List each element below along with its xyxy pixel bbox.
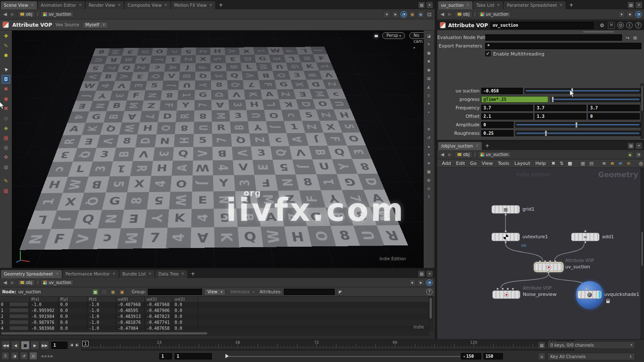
forward-arrow-icon[interactable]: ▶ bbox=[447, 152, 453, 157]
smooth-shade-icon[interactable]: ◉ bbox=[426, 67, 432, 73]
snap-prims-icon[interactable]: ✜ bbox=[2, 153, 10, 162]
display-flag[interactable] bbox=[599, 291, 601, 298]
grid-snap-icon[interactable]: ▦ bbox=[566, 161, 574, 166]
texture-icon[interactable]: ▤ bbox=[426, 75, 432, 81]
path-dropdown-icon[interactable]: ▾ bbox=[618, 11, 625, 18]
node-connector[interactable] bbox=[549, 260, 551, 262]
forward-arrow-icon[interactable]: ▶ bbox=[10, 11, 16, 17]
range-end-field2[interactable]: 150 bbox=[483, 353, 503, 359]
eval-node-path-input[interactable] bbox=[485, 34, 622, 41]
node-connector[interactable] bbox=[586, 288, 588, 290]
tab-close-icon[interactable]: ✕ bbox=[466, 1, 469, 9]
node-badge-icon[interactable]: ◆ bbox=[627, 151, 633, 158]
back-arrow-icon[interactable]: ◀ bbox=[2, 11, 8, 17]
back-arrow-icon[interactable]: ◀ bbox=[439, 152, 445, 157]
node-uvtexture1[interactable] bbox=[491, 233, 520, 241]
network-editor[interactable]: Indie Edition Geometry ▦grid1uvtexture1u… bbox=[437, 168, 644, 339]
info-icon[interactable]: i bbox=[626, 22, 633, 28]
path-dropdown-icon[interactable]: ▾ bbox=[383, 11, 390, 18]
gear-icon[interactable]: ⚙ bbox=[599, 22, 605, 29]
notes-gray-icon[interactable]: ≡ bbox=[600, 161, 608, 166]
camera-lock-icon[interactable] bbox=[373, 33, 380, 39]
reset-icon[interactable]: ↺ bbox=[20, 352, 28, 360]
background-icon[interactable]: ◍ bbox=[426, 177, 432, 183]
menu-view[interactable]: View bbox=[480, 161, 495, 166]
tab-close-icon[interactable]: ✕ bbox=[112, 270, 116, 278]
jump-start-button[interactable]: ◀◀ bbox=[1, 341, 10, 350]
key-all-channels-button[interactable]: Key All Channels⇕ bbox=[547, 353, 635, 360]
menu-tools[interactable]: Tools bbox=[496, 161, 511, 166]
path-node-chip[interactable]: uv_suction bbox=[40, 11, 74, 18]
pane-maximize-icon[interactable]: ▤ bbox=[418, 2, 425, 8]
tree-view-icon[interactable]: ⇅ bbox=[558, 161, 565, 166]
path-node-chip[interactable]: uv_suction bbox=[477, 151, 511, 158]
node-connector[interactable] bbox=[505, 230, 507, 232]
tab-close-icon[interactable]: ✕ bbox=[181, 270, 185, 278]
back-arrow-icon[interactable]: ◀ bbox=[439, 11, 445, 17]
param-new-tab-button[interactable]: + bbox=[566, 1, 576, 9]
sheet-hscrollbar[interactable] bbox=[0, 331, 429, 335]
node-connector[interactable] bbox=[554, 260, 556, 262]
menu-icon[interactable]: ≡ bbox=[426, 160, 432, 166]
attr-filter-icon[interactable]: ◤ bbox=[337, 289, 344, 295]
pane-menu-icon[interactable]: ▾ bbox=[426, 2, 433, 8]
rotate-tool-icon[interactable]: ◉ bbox=[2, 95, 10, 103]
tab-close-icon[interactable]: ✕ bbox=[56, 270, 59, 278]
sheet-new-tab-button[interactable]: + bbox=[188, 270, 197, 278]
magnifier-icon[interactable]: ⊙ bbox=[617, 22, 624, 28]
prev-frame-button[interactable]: ◀ bbox=[11, 341, 20, 350]
shade-mode-icon[interactable]: ▣ bbox=[426, 50, 432, 56]
param-slider-Amplitude[interactable] bbox=[515, 122, 641, 128]
forward-arrow-icon[interactable]: ▶ bbox=[10, 280, 16, 285]
tool-objects-icon[interactable]: ✚ bbox=[2, 32, 10, 40]
path-node-chip[interactable]: uv_suction bbox=[477, 11, 511, 18]
param-field-uv-suction[interactable]: -0.058 bbox=[481, 88, 523, 94]
path-root-chip[interactable]: obj bbox=[17, 279, 35, 286]
annotate-icon[interactable]: ✎ bbox=[426, 41, 432, 47]
node-grid1[interactable]: ▦ bbox=[491, 205, 520, 214]
range-left-icon[interactable]: ◀◀ bbox=[40, 353, 47, 359]
points-display-icon[interactable]: ✦ bbox=[426, 100, 432, 107]
handles-tool-icon[interactable]: ◈ bbox=[2, 124, 10, 132]
scale-tool-icon[interactable]: ✚ bbox=[0, 103, 12, 114]
tab-close-icon[interactable]: ✕ bbox=[209, 1, 213, 9]
node-connector[interactable] bbox=[507, 288, 509, 290]
network-vscrollbar[interactable] bbox=[641, 168, 644, 339]
detail-mode-icon[interactable]: ▣ bbox=[119, 289, 125, 295]
node-connector[interactable] bbox=[505, 241, 507, 243]
pane-menu-icon[interactable]: ▾ bbox=[636, 142, 642, 149]
node-connector[interactable] bbox=[512, 288, 514, 290]
sprites-icon[interactable]: ◦ bbox=[426, 117, 432, 124]
particles-icon[interactable]: • bbox=[426, 109, 432, 115]
key-icon[interactable]: ⌂ bbox=[538, 353, 545, 360]
select-node-icon[interactable]: ⊞ bbox=[632, 34, 638, 41]
table-row[interactable]: 0-1.00.0-1.0-0.487968-0.4879680.0 bbox=[0, 302, 429, 308]
node-connector[interactable] bbox=[544, 260, 546, 262]
pane-maximize-icon[interactable]: ▤ bbox=[627, 2, 634, 8]
sheet-tab-geometry-spreadsheet[interactable]: Geometry Spreadsheet✕ bbox=[1, 270, 62, 278]
param-field-Amplitude[interactable]: 0 bbox=[481, 122, 514, 128]
copy-flipbook-icon[interactable]: ⎙ bbox=[1, 352, 9, 360]
sticky-note-icon[interactable]: ≡ bbox=[608, 161, 616, 166]
path-root-chip[interactable]: obj bbox=[17, 11, 35, 18]
range-start-field[interactable]: 1 bbox=[159, 353, 172, 359]
translate-tool-icon[interactable]: ✖ bbox=[2, 85, 10, 93]
view-camera-button[interactable]: No cam ▾ bbox=[409, 32, 424, 39]
slider-handle[interactable] bbox=[545, 131, 547, 136]
node-add1[interactable]: ≈ bbox=[571, 233, 600, 241]
node-connector[interactable] bbox=[505, 214, 507, 216]
layout-grid-icon[interactable]: ▦ bbox=[579, 161, 586, 166]
pin-icon[interactable]: ➤ bbox=[627, 11, 633, 18]
follow-time-icon[interactable]: ◔ bbox=[635, 151, 642, 158]
tab-close-icon[interactable]: ✕ bbox=[148, 270, 152, 278]
param-vscrollbar[interactable] bbox=[641, 84, 644, 139]
tab-close-icon[interactable]: ✕ bbox=[497, 1, 500, 9]
tab-close-icon[interactable]: ✕ bbox=[164, 1, 168, 9]
follow-time-icon[interactable]: ◔ bbox=[426, 279, 433, 286]
menu-add[interactable]: Add bbox=[440, 161, 453, 166]
tools-icon[interactable]: ✖ bbox=[550, 161, 557, 166]
audio-icon[interactable]: ◑ bbox=[11, 352, 19, 360]
lighting-icon[interactable]: ◭ bbox=[426, 84, 432, 90]
fog-icon[interactable]: ≋ bbox=[426, 126, 432, 132]
param-field-progress[interactable]: @Time*.25 bbox=[481, 96, 548, 103]
